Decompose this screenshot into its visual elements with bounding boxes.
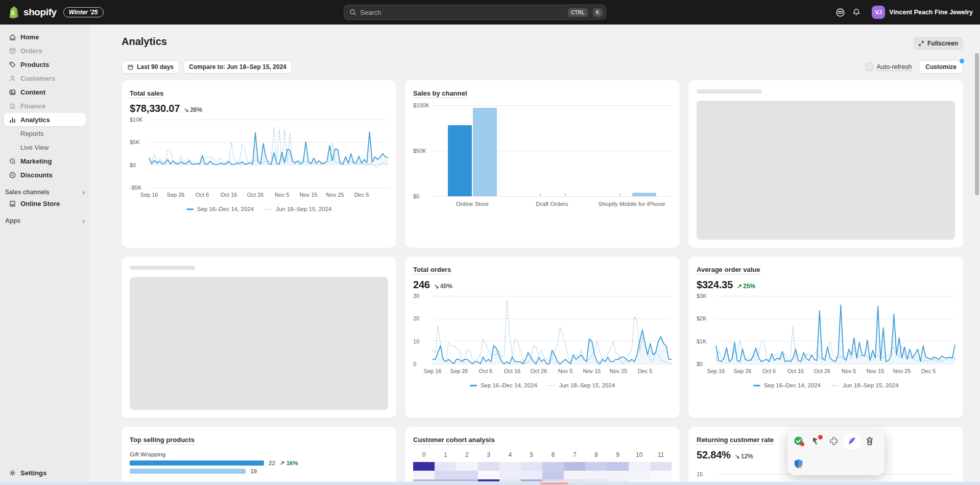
cohort-cell[interactable] [456, 471, 477, 479]
bar-chart[interactable] [433, 105, 672, 196]
flag-extension-icon[interactable] [810, 435, 822, 447]
bar-current[interactable] [448, 125, 472, 196]
cohort-cell[interactable] [629, 471, 650, 479]
shopify-brand[interactable]: S shopify Winter '25 [7, 0, 104, 25]
cohort-cell[interactable] [650, 462, 672, 471]
line-chart[interactable] [433, 296, 672, 364]
card-title[interactable]: Top selling products [130, 436, 195, 445]
total-orders-card: Total orders 246 ↘40% 3020100 Sep 16Sep … [405, 257, 680, 418]
cohort-cell[interactable] [435, 462, 456, 471]
apps-section[interactable]: Apps › [5, 217, 85, 224]
card-title[interactable]: Total orders [413, 266, 451, 274]
average-order-value-card: Average order value $324.35 ↗25% $3K$2K$… [688, 257, 963, 418]
search-placeholder: Search [360, 9, 563, 16]
sidebar-item-live-view[interactable]: Live View [4, 141, 86, 154]
legend-solid-marker [186, 209, 194, 210]
main-content: Analytics Fullscreen Last 90 days Compar… [90, 25, 980, 485]
sidebar-item-marketing[interactable]: Marketing [4, 154, 86, 168]
sales-channels-section[interactable]: Sales channels › [5, 189, 85, 196]
cohort-cell[interactable] [456, 462, 477, 471]
cohort-column-label: 4 [499, 451, 521, 458]
notifications-button[interactable] [848, 4, 865, 20]
x-tick-label: Sep 26 [734, 368, 752, 374]
x-tick-label: Sep 16 [707, 368, 725, 374]
puzzle-extension-icon[interactable] [828, 435, 840, 447]
cohort-cell[interactable] [478, 462, 499, 471]
x-tick-label: Oct 6 [479, 368, 492, 374]
metric-value: 246 [413, 279, 430, 291]
cohort-cell[interactable] [542, 471, 564, 479]
cohort-cell[interactable] [607, 462, 629, 471]
card-title[interactable]: Total sales [130, 89, 163, 98]
auto-refresh-label[interactable]: Auto-refresh [877, 63, 912, 71]
cohort-cell[interactable] [585, 471, 607, 479]
search-input[interactable]: Search CTRL K [344, 5, 606, 20]
card-title[interactable]: Sales by channel [413, 89, 467, 98]
legend-label: Jun 18–Sep 15, 2024 [843, 382, 898, 388]
store-menu-button[interactable] [832, 4, 848, 20]
auto-refresh-checkbox[interactable] [865, 63, 873, 71]
cohort-cell[interactable] [564, 471, 585, 479]
bar-previous[interactable] [632, 193, 656, 196]
legend-dotted-marker [831, 385, 839, 386]
sidebar-item-reports[interactable]: Reports [4, 127, 86, 140]
content-icon [8, 88, 16, 96]
finance-icon [8, 102, 16, 110]
product-current-value: 22 [269, 460, 275, 466]
line-chart[interactable] [716, 296, 955, 364]
cohort-cell[interactable] [499, 462, 521, 471]
cohort-cell[interactable] [542, 462, 564, 471]
sidebar-item-content[interactable]: Content [4, 85, 86, 99]
shield-warning-icon[interactable]: ! [793, 458, 804, 469]
feather-extension-icon[interactable] [846, 435, 857, 447]
fullscreen-button[interactable]: Fullscreen [913, 37, 963, 50]
sidebar-item-finance[interactable]: Finance [4, 99, 86, 112]
cohort-cell[interactable] [564, 462, 585, 471]
sidebar-item-home[interactable]: Home [4, 30, 86, 43]
cohort-cell[interactable] [650, 471, 672, 479]
vertical-scrollbar[interactable] [975, 53, 979, 195]
legend-dotted-marker [547, 385, 556, 386]
cohort-cell[interactable] [435, 471, 456, 479]
clipped-element-fragment [540, 482, 568, 484]
line-chart[interactable] [149, 120, 388, 188]
zero-value-tick [619, 193, 620, 196]
cohort-cell[interactable] [413, 462, 435, 471]
products-icon [8, 60, 16, 68]
cohort-cell[interactable] [499, 471, 521, 479]
search-icon [349, 9, 356, 16]
store-name[interactable]: Vincent Peach Fine Jewelry [889, 9, 973, 16]
date-range-button[interactable]: Last 90 days [122, 60, 179, 74]
cohort-row [413, 471, 672, 479]
card-title[interactable]: Returning customer rate [697, 436, 774, 445]
bar-previous[interactable] [473, 108, 497, 196]
card-title[interactable]: Average order value [697, 266, 760, 274]
sidebar-item-settings[interactable]: Settings [4, 466, 86, 479]
home-icon [8, 33, 16, 41]
y-tick-label: $3K [697, 293, 707, 299]
cohort-cell[interactable] [478, 471, 499, 479]
cohort-cell[interactable] [607, 471, 629, 479]
adblock-check-icon[interactable] [793, 435, 804, 447]
compare-to-button[interactable]: Compare to: Jun 18–Sep 15, 2024 [183, 60, 292, 74]
cohort-cell[interactable] [629, 462, 650, 471]
cohort-cell[interactable] [585, 462, 607, 471]
cohort-cell[interactable] [413, 471, 435, 479]
sidebar-item-customers[interactable]: Customers [4, 72, 86, 85]
customize-button[interactable]: Customize [919, 60, 963, 74]
legend-solid-marker [753, 385, 760, 386]
sidebar-item-orders[interactable]: Orders [4, 44, 86, 57]
avatar[interactable]: VJ [872, 6, 885, 19]
legend-item: Jun 18–Sep 15, 2024 [831, 382, 898, 388]
shopify-wordmark: shopify [23, 7, 57, 18]
sidebar-item-products[interactable]: Products [4, 58, 86, 71]
sidebar-item-online-store[interactable]: Online Store [4, 197, 86, 210]
card-title[interactable]: Customer cohort analysis [413, 436, 495, 445]
sidebar-item-discounts[interactable]: Discounts [4, 168, 86, 181]
trash-extension-icon[interactable] [864, 435, 875, 447]
x-tick-label: Nov 25 [326, 192, 344, 198]
cohort-cell[interactable] [521, 471, 542, 479]
cohort-cell[interactable] [521, 462, 542, 471]
chart-legend: Sep 16–Dec 14, 2024Jun 18–Sep 15, 2024 [130, 206, 388, 212]
sidebar-item-analytics[interactable]: Analytics [4, 113, 86, 126]
